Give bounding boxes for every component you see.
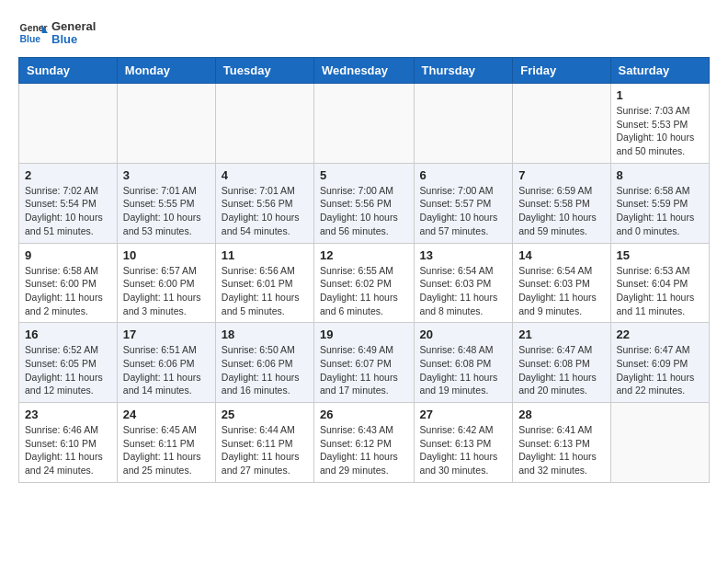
page-header: General Blue General Blue <box>18 18 710 48</box>
day-number: 17 <box>123 327 210 341</box>
day-info: Sunrise: 6:52 AMSunset: 6:05 PMDaylight:… <box>25 343 111 397</box>
calendar-cell <box>19 84 118 164</box>
calendar-cell: 18Sunrise: 6:50 AMSunset: 6:06 PMDayligh… <box>215 323 313 403</box>
day-info: Sunrise: 6:41 AMSunset: 6:13 PMDaylight:… <box>518 423 604 477</box>
calendar-cell: 9Sunrise: 6:58 AMSunset: 6:00 PMDaylight… <box>19 243 118 323</box>
day-number: 3 <box>123 168 210 182</box>
calendar-cell <box>215 84 313 164</box>
logo-icon: General Blue <box>18 18 48 48</box>
calendar-cell <box>414 84 513 164</box>
day-number: 20 <box>420 327 507 341</box>
day-number: 10 <box>123 248 210 262</box>
day-info: Sunrise: 7:00 AMSunset: 5:57 PMDaylight:… <box>420 184 507 238</box>
day-info: Sunrise: 6:57 AMSunset: 6:00 PMDaylight:… <box>123 264 210 318</box>
day-number: 9 <box>25 248 111 262</box>
calendar-cell: 28Sunrise: 6:41 AMSunset: 6:13 PMDayligh… <box>513 403 610 483</box>
calendar-cell <box>117 84 215 164</box>
day-info: Sunrise: 6:49 AMSunset: 6:07 PMDaylight:… <box>320 343 408 397</box>
day-info: Sunrise: 6:56 AMSunset: 6:01 PMDaylight:… <box>222 264 308 318</box>
calendar-cell: 11Sunrise: 6:56 AMSunset: 6:01 PMDayligh… <box>215 243 313 323</box>
calendar-cell: 13Sunrise: 6:54 AMSunset: 6:03 PMDayligh… <box>414 243 513 323</box>
day-number: 24 <box>123 408 210 421</box>
day-info: Sunrise: 7:02 AMSunset: 5:54 PMDaylight:… <box>25 184 111 238</box>
day-number: 14 <box>518 248 604 262</box>
day-info: Sunrise: 6:46 AMSunset: 6:10 PMDaylight:… <box>25 423 111 477</box>
day-number: 12 <box>320 248 408 262</box>
calendar-cell: 10Sunrise: 6:57 AMSunset: 6:00 PMDayligh… <box>117 243 215 323</box>
day-number: 25 <box>222 408 308 421</box>
calendar-week-1: 1Sunrise: 7:03 AMSunset: 5:53 PMDaylight… <box>19 84 710 164</box>
calendar-cell: 25Sunrise: 6:44 AMSunset: 6:11 PMDayligh… <box>215 403 313 483</box>
day-info: Sunrise: 6:54 AMSunset: 6:03 PMDaylight:… <box>518 264 604 318</box>
svg-text:Blue: Blue <box>20 34 41 44</box>
calendar-cell: 26Sunrise: 6:43 AMSunset: 6:12 PMDayligh… <box>314 403 415 483</box>
day-number: 22 <box>617 327 703 341</box>
calendar-cell: 15Sunrise: 6:53 AMSunset: 6:04 PMDayligh… <box>610 243 709 323</box>
calendar-cell: 23Sunrise: 6:46 AMSunset: 6:10 PMDayligh… <box>19 403 118 483</box>
calendar-cell: 14Sunrise: 6:54 AMSunset: 6:03 PMDayligh… <box>513 243 610 323</box>
calendar-week-4: 16Sunrise: 6:52 AMSunset: 6:05 PMDayligh… <box>19 323 710 403</box>
day-info: Sunrise: 6:50 AMSunset: 6:06 PMDaylight:… <box>222 343 308 397</box>
calendar-week-2: 2Sunrise: 7:02 AMSunset: 5:54 PMDaylight… <box>19 163 710 243</box>
calendar-cell: 16Sunrise: 6:52 AMSunset: 6:05 PMDayligh… <box>19 323 118 403</box>
day-number: 28 <box>518 408 604 421</box>
weekday-header-sunday: Sunday <box>19 58 118 84</box>
day-number: 1 <box>617 88 703 102</box>
day-info: Sunrise: 6:45 AMSunset: 6:11 PMDaylight:… <box>123 423 210 477</box>
day-number: 19 <box>320 327 408 341</box>
calendar-cell: 8Sunrise: 6:58 AMSunset: 5:59 PMDaylight… <box>610 163 709 243</box>
day-number: 5 <box>320 168 408 182</box>
day-number: 27 <box>420 408 507 421</box>
calendar-week-5: 23Sunrise: 6:46 AMSunset: 6:10 PMDayligh… <box>19 403 710 483</box>
weekday-header-tuesday: Tuesday <box>215 58 313 84</box>
day-number: 23 <box>25 408 111 421</box>
calendar-cell: 7Sunrise: 6:59 AMSunset: 5:58 PMDaylight… <box>513 163 610 243</box>
calendar-week-3: 9Sunrise: 6:58 AMSunset: 6:00 PMDaylight… <box>19 243 710 323</box>
day-number: 21 <box>518 327 604 341</box>
calendar-cell: 6Sunrise: 7:00 AMSunset: 5:57 PMDaylight… <box>414 163 513 243</box>
day-info: Sunrise: 6:51 AMSunset: 6:06 PMDaylight:… <box>123 343 210 397</box>
day-info: Sunrise: 6:58 AMSunset: 6:00 PMDaylight:… <box>25 264 111 318</box>
weekday-header-monday: Monday <box>117 58 215 84</box>
day-info: Sunrise: 6:53 AMSunset: 6:04 PMDaylight:… <box>617 264 703 318</box>
weekday-header-wednesday: Wednesday <box>314 58 415 84</box>
day-info: Sunrise: 6:47 AMSunset: 6:08 PMDaylight:… <box>518 343 604 397</box>
day-info: Sunrise: 6:42 AMSunset: 6:13 PMDaylight:… <box>420 423 507 477</box>
calendar-cell: 1Sunrise: 7:03 AMSunset: 5:53 PMDaylight… <box>610 84 709 164</box>
day-number: 7 <box>518 168 604 182</box>
calendar-cell: 12Sunrise: 6:55 AMSunset: 6:02 PMDayligh… <box>314 243 415 323</box>
day-number: 26 <box>320 408 408 421</box>
day-number: 2 <box>25 168 111 182</box>
day-info: Sunrise: 6:55 AMSunset: 6:02 PMDaylight:… <box>320 264 408 318</box>
logo-blue-text: Blue <box>51 33 96 46</box>
calendar-cell <box>314 84 415 164</box>
day-info: Sunrise: 7:01 AMSunset: 5:56 PMDaylight:… <box>222 184 308 238</box>
calendar-cell: 4Sunrise: 7:01 AMSunset: 5:56 PMDaylight… <box>215 163 313 243</box>
day-info: Sunrise: 6:47 AMSunset: 6:09 PMDaylight:… <box>617 343 703 397</box>
calendar-cell: 5Sunrise: 7:00 AMSunset: 5:56 PMDaylight… <box>314 163 415 243</box>
day-number: 15 <box>617 248 703 262</box>
day-number: 11 <box>222 248 308 262</box>
calendar-cell: 27Sunrise: 6:42 AMSunset: 6:13 PMDayligh… <box>414 403 513 483</box>
day-info: Sunrise: 6:43 AMSunset: 6:12 PMDaylight:… <box>320 423 408 477</box>
calendar-cell: 22Sunrise: 6:47 AMSunset: 6:09 PMDayligh… <box>610 323 709 403</box>
logo-general-text: General <box>51 20 96 33</box>
day-info: Sunrise: 7:01 AMSunset: 5:55 PMDaylight:… <box>123 184 210 238</box>
calendar-cell: 24Sunrise: 6:45 AMSunset: 6:11 PMDayligh… <box>117 403 215 483</box>
day-info: Sunrise: 7:03 AMSunset: 5:53 PMDaylight:… <box>617 104 703 158</box>
day-number: 16 <box>25 327 111 341</box>
calendar-cell: 2Sunrise: 7:02 AMSunset: 5:54 PMDaylight… <box>19 163 118 243</box>
day-info: Sunrise: 6:48 AMSunset: 6:08 PMDaylight:… <box>420 343 507 397</box>
weekday-header-saturday: Saturday <box>610 58 709 84</box>
day-info: Sunrise: 6:54 AMSunset: 6:03 PMDaylight:… <box>420 264 507 318</box>
calendar-cell: 19Sunrise: 6:49 AMSunset: 6:07 PMDayligh… <box>314 323 415 403</box>
calendar-cell: 21Sunrise: 6:47 AMSunset: 6:08 PMDayligh… <box>513 323 610 403</box>
calendar-cell: 3Sunrise: 7:01 AMSunset: 5:55 PMDaylight… <box>117 163 215 243</box>
day-number: 8 <box>617 168 703 182</box>
calendar-table: SundayMondayTuesdayWednesdayThursdayFrid… <box>18 57 710 483</box>
day-number: 6 <box>420 168 507 182</box>
day-info: Sunrise: 6:58 AMSunset: 5:59 PMDaylight:… <box>617 184 703 238</box>
day-info: Sunrise: 6:44 AMSunset: 6:11 PMDaylight:… <box>222 423 308 477</box>
day-number: 13 <box>420 248 507 262</box>
day-number: 18 <box>222 327 308 341</box>
